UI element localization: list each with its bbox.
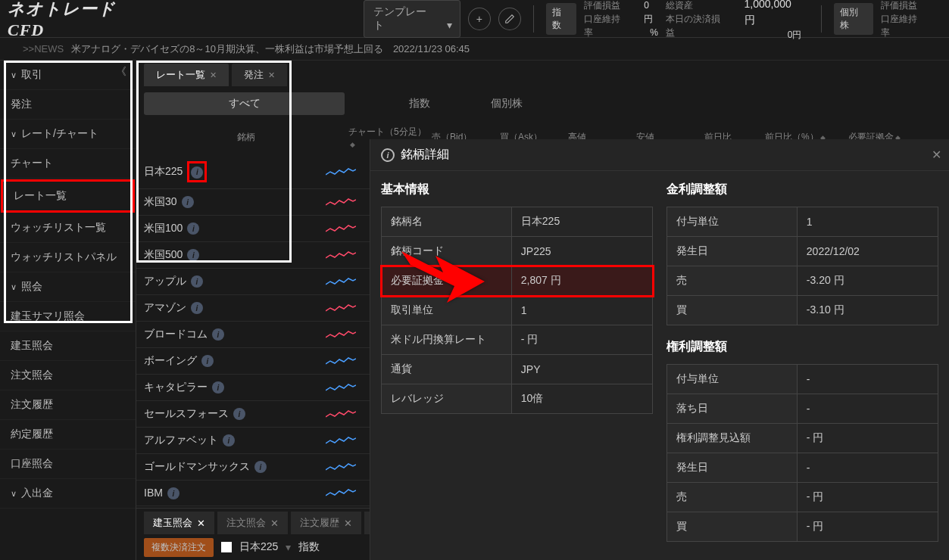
info-icon[interactable]: i [182, 196, 194, 208]
row-value: 2022/12/02 [797, 237, 938, 266]
detail-title: 銘柄詳細 [401, 147, 449, 163]
rate-name-label: セールスフォース [144, 407, 229, 421]
info-icon[interactable]: i [187, 249, 199, 261]
btab-pos-inq[interactable]: 建玉照会✕ [144, 512, 214, 534]
table-row: 付与単位- [667, 365, 938, 394]
row-key: 付与単位 [667, 207, 798, 237]
tab-rate-list[interactable]: レート一覧✕ [144, 64, 229, 86]
table-row: 発生日2022/12/02 [667, 237, 938, 266]
settle-button[interactable]: 複数決済注文 [144, 538, 214, 557]
row-value: - [797, 394, 938, 424]
sidebar-order-hist[interactable]: 注文履歴 [0, 390, 136, 420]
btab-order-inq[interactable]: 注文照会✕ [217, 512, 288, 534]
close-icon[interactable]: ✕ [210, 70, 217, 80]
table-row: 米ドル円換算レート- 円 [382, 325, 653, 355]
sparkline-icon [326, 302, 356, 314]
sidebar-inquiry[interactable]: ∨照会 [0, 272, 136, 302]
info-icon[interactable]: i [191, 275, 203, 288]
interest-heading: 金利調整額 [666, 182, 938, 198]
row-key: 発生日 [667, 237, 798, 266]
row-value: -3.20 円 [797, 266, 938, 296]
info-icon[interactable]: i [187, 222, 199, 235]
sort-icon: ◆ [350, 141, 355, 148]
panel-tabs: レート一覧✕ 発注✕ [136, 61, 949, 86]
sparkline-icon [326, 328, 356, 341]
row-key: レバレッジ [382, 384, 512, 414]
close-icon[interactable]: ✕ [270, 518, 279, 529]
close-icon[interactable]: ✕ [344, 518, 352, 529]
rate-name-label: アルファベット [144, 434, 218, 447]
sparkline-icon [326, 249, 356, 261]
info-icon[interactable]: i [167, 487, 179, 499]
row-key: 買 [667, 512, 798, 542]
row-key: 売 [667, 483, 798, 512]
stock-tag[interactable]: 個別株 [834, 3, 873, 35]
checkbox[interactable] [221, 542, 232, 552]
info-icon[interactable]: i [212, 381, 224, 394]
sidebar-watchpanel[interactable]: ウォッチリストパネル [0, 243, 136, 272]
filter-index[interactable]: 指数 [401, 94, 438, 114]
info-icon[interactable]: i [191, 302, 203, 314]
pl-label: 評価損益 [584, 0, 629, 12]
collapse-icon[interactable]: 《 [116, 65, 126, 79]
info-icon[interactable]: i [233, 408, 245, 420]
row-value: - 円 [797, 483, 938, 512]
row-key: 付与単位 [667, 365, 798, 394]
sparkline-icon [326, 434, 356, 446]
sidebar-order-inq[interactable]: 注文照会 [0, 361, 136, 390]
info-icon[interactable]: i [254, 461, 267, 473]
sidebar-chart[interactable]: チャート [0, 149, 136, 179]
info-icon[interactable]: i [201, 355, 214, 367]
sidebar-rate-list[interactable]: レート一覧 [1, 179, 135, 213]
close-icon[interactable]: ✕ [268, 70, 275, 80]
chevron-down-icon: ∨ [11, 282, 17, 292]
info-icon[interactable]: i [223, 434, 235, 446]
table-row: 落ち日- [667, 394, 938, 424]
row-key: 米ドル円換算レート [382, 325, 512, 355]
row-key: 通貨 [382, 355, 512, 384]
sidebar-watchlist[interactable]: ウォッチリスト一覧 [0, 213, 136, 243]
close-icon[interactable]: ✕ [932, 148, 941, 162]
row-key: 落ち日 [667, 394, 798, 424]
sparkline-icon [326, 166, 356, 178]
table-row: 買-3.10 円 [667, 296, 938, 325]
today-label: 本日の決済損益 [666, 12, 729, 39]
sidebar-acct-inq[interactable]: 口座照会 [0, 450, 136, 479]
sidebar-exec-hist[interactable]: 約定履歴 [0, 420, 136, 450]
tab-order[interactable]: 発注✕ [232, 64, 287, 86]
info-icon[interactable]: i [191, 166, 203, 179]
sidebar-rate-chart[interactable]: ∨レート/チャート [0, 120, 136, 149]
btab-order-hist[interactable]: 注文履歴✕ [291, 512, 361, 534]
rate-name-label: 米国30 [144, 195, 177, 209]
filter-all[interactable]: すべて [144, 92, 345, 115]
template-select[interactable]: テンプレート [364, 0, 460, 38]
row-value: -3.10 円 [797, 296, 938, 325]
table-row: 権利調整見込額- 円 [667, 424, 938, 453]
row-value: 10倍 [511, 384, 652, 414]
row-key: 売 [667, 266, 798, 296]
rate-name-label: 米国500 [144, 248, 183, 262]
row-value: - [797, 365, 938, 394]
sidebar-pos-inq[interactable]: 建玉照会 [0, 331, 136, 361]
edit-button[interactable] [498, 8, 521, 30]
maint-label: 口座維持率 [584, 12, 629, 39]
info-icon[interactable]: i [212, 328, 224, 341]
sparkline-icon [326, 196, 356, 208]
add-button[interactable]: + [468, 8, 491, 30]
col-name[interactable]: 銘柄 [144, 131, 348, 144]
pl-value: 0円 [644, 0, 658, 26]
row-value: - 円 [511, 325, 652, 355]
close-icon[interactable]: ✕ [197, 518, 205, 529]
sidebar: 《 ∨取引 発注 ∨レート/チャート チャート レート一覧 ウォッチリスト一覧 … [0, 61, 136, 560]
sidebar-deposit[interactable]: ∨入出金 [0, 479, 136, 509]
maint-value: % [650, 26, 658, 39]
sidebar-pos-summary[interactable]: 建玉サマリ照会 [0, 302, 136, 331]
symbol-detail-panel: i 銘柄詳細 ✕ 基本情報 銘柄名日本225銘柄コードJP225必要証拠金2,8… [370, 139, 949, 560]
rate-name-label: 日本225 [144, 165, 183, 179]
filter-stock[interactable]: 個別株 [483, 94, 530, 114]
sidebar-order[interactable]: 発注 [0, 90, 136, 120]
rate-name-label: ゴールドマンサックス [144, 460, 250, 474]
sparkline-icon [326, 381, 356, 394]
basic-info-table: 銘柄名日本225銘柄コードJP225必要証拠金2,807 円取引単位1米ドル円換… [381, 207, 653, 414]
index-tag[interactable]: 指数 [546, 3, 576, 35]
